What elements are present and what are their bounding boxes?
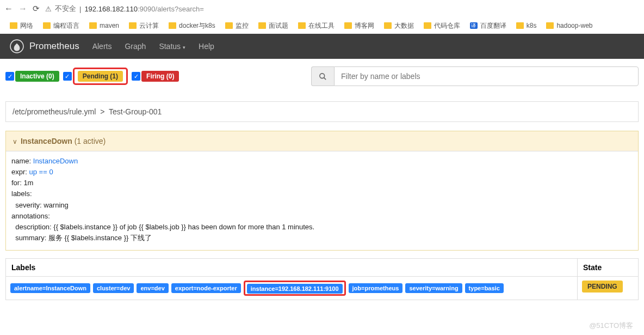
forward-button[interactable]: → <box>18 4 27 14</box>
reload-button[interactable]: ⟳ <box>33 4 40 14</box>
bookmark-item[interactable]: 代码仓库 <box>424 21 460 31</box>
url-host: 192.168.182.110 <box>84 5 138 13</box>
label-pill: job=prometheus <box>349 283 403 293</box>
folder-icon <box>169 22 176 29</box>
pending-pill[interactable]: Pending (1) <box>78 71 123 82</box>
filter-toggles: ✓ Inactive (0) ✓ Pending (1) ✓ Firing (0… <box>5 68 179 85</box>
inactive-checkbox[interactable]: ✓ <box>5 72 14 81</box>
bookmark-item[interactable]: 编程语言 <box>43 21 79 31</box>
prometheus-brand[interactable]: Prometheus <box>10 39 79 53</box>
label-pill: type=basic <box>465 283 504 293</box>
bookmark-item[interactable]: docker与k8s <box>169 21 215 31</box>
bookmark-item[interactable]: 在线工具 <box>298 21 335 31</box>
folder-icon <box>384 22 392 29</box>
svg-line-2 <box>324 77 326 80</box>
insecure-label: 不安全 <box>55 4 76 14</box>
bookmark-item[interactable]: 监控 <box>225 21 249 31</box>
inactive-pill[interactable]: Inactive (0) <box>15 71 59 82</box>
bookmark-item[interactable]: k8s <box>516 22 537 29</box>
bookmark-item[interactable]: 译百度翻译 <box>470 21 506 31</box>
address-bar[interactable]: ⚠ 不安全 | 192.168.182.110:9090/alerts?sear… <box>45 4 640 14</box>
bookmarks-bar: 网络编程语言maven云计算docker与k8s监控面试题在线工具博客网大数据代… <box>0 17 644 34</box>
search-input[interactable] <box>334 66 639 86</box>
rule-title: InstanceDown <box>21 137 72 145</box>
nav-help[interactable]: Help <box>199 42 214 51</box>
bookmark-item[interactable]: hadoop-web <box>546 22 592 29</box>
rule-active-count: (1 active) <box>75 137 106 145</box>
instance-highlight: instance=192.168.182.111:9100 <box>244 281 346 296</box>
pending-checkbox[interactable]: ✓ <box>63 72 72 81</box>
nav-graph[interactable]: Graph <box>125 42 146 51</box>
folder-icon <box>298 22 306 29</box>
label-pill: instance=192.168.182.111:9100 <box>247 284 343 294</box>
insecure-icon: ⚠ <box>45 5 52 13</box>
folder-icon: 译 <box>470 22 478 29</box>
label-pill: alertname=InstanceDown <box>10 283 90 293</box>
folder-icon <box>43 22 51 29</box>
col-labels: Labels <box>6 259 577 276</box>
rule-header[interactable]: ∨ InstanceDown (1 active) <box>6 131 638 151</box>
label-pill: severity=warning <box>405 283 462 293</box>
alerts-table: Labels State alertname=InstanceDownclust… <box>5 258 639 300</box>
rule-breadcrumb: /etc/prometheus/rule.yml > Test-Group-00… <box>5 101 639 122</box>
label-pill: env=dev <box>137 283 168 293</box>
folder-icon <box>129 22 137 29</box>
chevron-down-icon: ∨ <box>13 138 17 145</box>
bookmark-item[interactable]: 大数据 <box>384 21 414 31</box>
col-state: State <box>577 259 638 276</box>
rule-panel: ∨ InstanceDown (1 active) name: Instance… <box>5 131 639 251</box>
back-button[interactable]: ← <box>4 4 13 14</box>
folder-icon <box>546 22 554 29</box>
label-pill: export=node-exporter <box>171 283 241 293</box>
folder-icon <box>344 22 352 29</box>
nav-alerts[interactable]: Alerts <box>92 42 112 51</box>
folder-icon <box>225 22 233 29</box>
table-row: alertname=InstanceDowncluster=devenv=dev… <box>6 277 638 300</box>
folder-icon <box>258 22 266 29</box>
label-pill: cluster=dev <box>93 283 134 293</box>
firing-checkbox[interactable]: ✓ <box>132 72 140 81</box>
nav-status[interactable]: Status <box>159 42 185 51</box>
prometheus-nav: Prometheus Alerts Graph Status Help <box>0 34 644 59</box>
state-badge: PENDING <box>582 281 623 293</box>
bookmark-item[interactable]: 网络 <box>10 21 33 31</box>
search-icon <box>311 66 334 86</box>
folder-icon <box>89 22 97 29</box>
folder-icon <box>10 22 17 29</box>
rule-definition: name: InstanceDown expr: up == 0 for: 1m… <box>6 151 638 250</box>
bookmark-item[interactable]: 云计算 <box>129 21 159 31</box>
folder-icon <box>424 22 431 29</box>
folder-icon <box>516 22 524 29</box>
bookmark-item[interactable]: 博客网 <box>344 21 374 31</box>
bookmark-item[interactable]: maven <box>89 22 119 29</box>
prometheus-icon <box>10 39 24 53</box>
svg-point-1 <box>320 73 325 78</box>
pending-highlight: Pending (1) <box>73 68 128 85</box>
firing-pill[interactable]: Firing (0) <box>141 71 179 82</box>
bookmark-item[interactable]: 面试题 <box>258 21 288 31</box>
